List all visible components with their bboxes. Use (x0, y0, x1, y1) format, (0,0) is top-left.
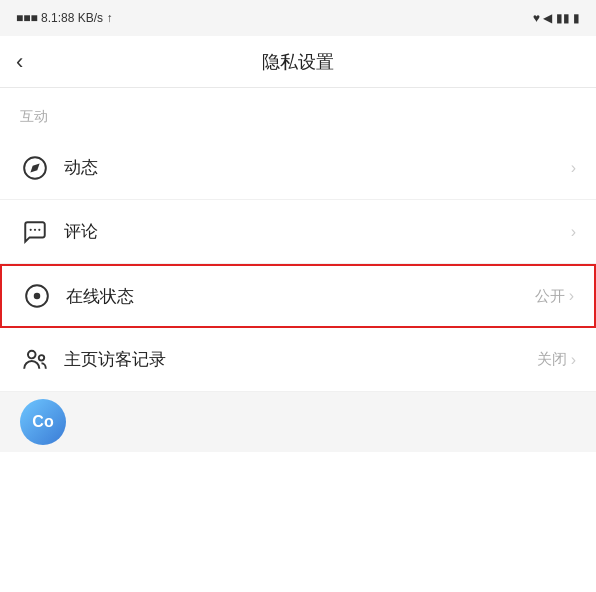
online-status-value: 公开 (535, 287, 565, 306)
comments-chevron: › (571, 223, 576, 241)
comments-label: 评论 (64, 220, 571, 243)
svg-point-4 (38, 228, 40, 230)
avatar[interactable]: Co (20, 399, 66, 445)
status-bar: ■■■ 8.1:88 KB/s ↑ ♥ ◀ ▮▮ ▮ (0, 0, 596, 36)
visitor-record-label: 主页访客记录 (64, 348, 537, 371)
status-right: ♥ ◀ ▮▮ ▮ (533, 11, 580, 25)
visitor-record-value: 关闭 (537, 350, 567, 369)
back-button[interactable]: ‹ (16, 51, 23, 73)
menu-item-visitor-record[interactable]: 主页访客记录 关闭 › (0, 328, 596, 392)
online-status-label: 在线状态 (66, 285, 535, 308)
online-icon (22, 281, 52, 311)
svg-marker-1 (30, 163, 39, 172)
svg-point-8 (39, 355, 44, 360)
section-label: 互动 (0, 88, 596, 136)
svg-point-3 (34, 228, 36, 230)
menu-item-comments[interactable]: 评论 › (0, 200, 596, 264)
bottom-area: Co (0, 392, 596, 452)
visitor-icon (20, 345, 50, 375)
svg-point-6 (34, 293, 41, 300)
visitor-record-chevron: › (571, 351, 576, 369)
page-title: 隐私设置 (262, 50, 334, 74)
menu-item-online-status[interactable]: 在线状态 公开 › (0, 264, 596, 328)
menu-item-dynamics[interactable]: 动态 › (0, 136, 596, 200)
svg-point-2 (30, 228, 32, 230)
menu-list: 动态 › 评论 › 在线状态 公开 › (0, 136, 596, 392)
compass-icon (20, 153, 50, 183)
dynamics-chevron: › (571, 159, 576, 177)
header: ‹ 隐私设置 (0, 36, 596, 88)
svg-point-7 (28, 350, 36, 358)
status-left: ■■■ 8.1:88 KB/s ↑ (16, 11, 112, 25)
online-status-chevron: › (569, 287, 574, 305)
dynamics-label: 动态 (64, 156, 571, 179)
comment-icon (20, 217, 50, 247)
